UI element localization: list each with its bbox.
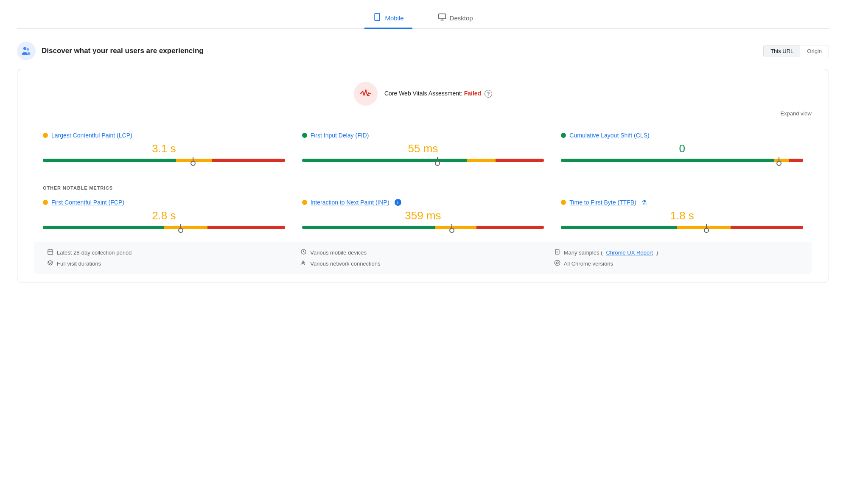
metric-dot-fid [302, 133, 307, 138]
svg-point-17 [304, 262, 305, 263]
footer-icon-1 [300, 249, 307, 256]
bar-red-segment [496, 159, 544, 162]
footer-section: Latest 28-day collection periodVarious m… [34, 242, 812, 274]
progress-bar [302, 226, 544, 229]
progress-bar [302, 159, 544, 162]
bar-marker [180, 224, 181, 231]
metric-label-row: First Input Delay (FID) [302, 132, 544, 139]
metric-label-row: Interaction to Next Paint (INP)i [302, 199, 544, 206]
header-avatar [17, 42, 36, 60]
bar-green-segment [561, 159, 774, 162]
progress-bar [43, 226, 285, 229]
metric-label-cls[interactable]: Cumulative Layout Shift (CLS) [569, 132, 649, 139]
metric-label-fcp[interactable]: First Contentful Paint (FCP) [51, 199, 124, 206]
bar-orange-segment [467, 159, 496, 162]
expand-view-link[interactable]: Expand view [780, 110, 812, 117]
progress-bar [43, 159, 285, 162]
toggle-this-url[interactable]: This URL [764, 45, 800, 57]
footer-icon-5 [554, 260, 560, 267]
bar-orange-segment [774, 159, 789, 162]
metric-dot-cls [561, 133, 566, 138]
url-toggle-group: This URL Origin [763, 45, 829, 57]
metric-dot-lcp [43, 133, 48, 138]
other-metrics-label: OTHER NOTABLE METRICS [34, 182, 812, 192]
header-left: Discover what your real users are experi… [17, 42, 204, 60]
footer-text-5: All Chrome versions [564, 260, 613, 267]
footer-text-1: Various mobile devices [310, 249, 367, 256]
footer-item-4: Various network connections [300, 260, 545, 267]
footer-text-4: Various network connections [310, 260, 380, 267]
svg-point-18 [555, 260, 560, 266]
svg-rect-2 [438, 14, 445, 19]
beaker-icon-ttfb[interactable]: ⚗ [642, 199, 647, 206]
footer-link-2[interactable]: Chrome UX Report [606, 249, 653, 256]
svg-point-7 [365, 90, 367, 91]
bar-green-segment [43, 226, 164, 229]
footer-item-1: Various mobile devices [300, 249, 545, 256]
metric-dot-ttfb [561, 200, 566, 205]
metric-item-fcp: First Contentful Paint (FCP)2.8 s [34, 192, 294, 238]
bar-red-segment [731, 226, 803, 229]
svg-point-16 [302, 261, 304, 263]
assessment-title-area: Core Web Vitals Assessment: Failed ? [384, 90, 492, 98]
bar-orange-segment [435, 226, 476, 229]
main-card: Core Web Vitals Assessment: Failed ? Exp… [17, 69, 829, 283]
metric-label-row: Time to First Byte (TTFB)⚗ [561, 199, 803, 206]
footer-icon-0 [47, 249, 53, 256]
bar-red-segment [789, 159, 803, 162]
metric-dot-inp [302, 200, 307, 205]
core-metrics-grid: Largest Contentful Paint (LCP)3.1 sFirst… [34, 125, 812, 171]
assessment-help-icon[interactable]: ? [485, 90, 492, 98]
bar-red-segment [476, 226, 544, 229]
metric-item-lcp: Largest Contentful Paint (LCP)3.1 s [34, 125, 294, 171]
metric-value-ttfb: 1.8 s [561, 209, 803, 222]
metric-value-cls: 0 [561, 142, 803, 155]
bar-green-segment [43, 159, 176, 162]
bar-red-segment [212, 159, 285, 162]
bar-green-segment [302, 159, 467, 162]
svg-point-19 [556, 262, 558, 264]
tab-desktop-label: Desktop [450, 14, 473, 22]
tab-desktop[interactable]: Desktop [429, 8, 482, 29]
bar-marker [193, 157, 193, 164]
info-icon-inp[interactable]: i [395, 199, 401, 206]
metric-label-lcp[interactable]: Largest Contentful Paint (LCP) [51, 132, 132, 139]
footer-item-0: Latest 28-day collection period [47, 249, 292, 256]
metric-label-inp[interactable]: Interaction to Next Paint (INP) [311, 199, 389, 206]
progress-bar [561, 159, 803, 162]
bar-red-segment [207, 226, 285, 229]
section-divider [34, 175, 812, 175]
footer-item-2: Many samples (Chrome UX Report) [554, 249, 799, 256]
metric-item-cls: Cumulative Layout Shift (CLS)0 [552, 125, 812, 171]
desktop-icon [438, 13, 446, 23]
tab-mobile[interactable]: Mobile [364, 8, 412, 29]
metric-item-fid: First Input Delay (FID)55 ms [294, 125, 553, 171]
footer-icon-2 [554, 249, 560, 256]
assessment-icon [354, 82, 378, 106]
metric-label-row: Largest Contentful Paint (LCP) [43, 132, 285, 139]
other-metrics-grid: First Contentful Paint (FCP)2.8 sInterac… [34, 192, 812, 238]
footer-text-3: Full visit durations [57, 260, 101, 267]
metric-value-lcp: 3.1 s [43, 142, 285, 155]
footer-text-0: Latest 28-day collection period [57, 249, 132, 256]
footer-item-5: All Chrome versions [554, 260, 799, 267]
bar-green-segment [561, 226, 677, 229]
metric-label-fid[interactable]: First Input Delay (FID) [311, 132, 369, 139]
expand-view-row: Expand view [34, 110, 812, 117]
metric-item-ttfb: Time to First Byte (TTFB)⚗1.8 s [552, 192, 812, 238]
assessment-title: Core Web Vitals Assessment: [384, 90, 462, 97]
bar-marker [706, 224, 707, 231]
toggle-origin[interactable]: Origin [800, 45, 829, 57]
metric-value-fcp: 2.8 s [43, 209, 285, 222]
svg-rect-0 [375, 14, 380, 21]
metric-label-row: First Contentful Paint (FCP) [43, 199, 285, 206]
progress-bar [561, 226, 803, 229]
svg-point-5 [23, 47, 26, 50]
header-row: Discover what your real users are experi… [17, 42, 829, 60]
footer-icon-3 [47, 260, 53, 267]
metric-label-ttfb[interactable]: Time to First Byte (TTFB) [569, 199, 636, 206]
metric-item-inp: Interaction to Next Paint (INP)i359 ms [294, 192, 553, 238]
assessment-status: Failed [464, 90, 481, 97]
metric-dot-fcp [43, 200, 48, 205]
footer-item-3: Full visit durations [47, 260, 292, 267]
